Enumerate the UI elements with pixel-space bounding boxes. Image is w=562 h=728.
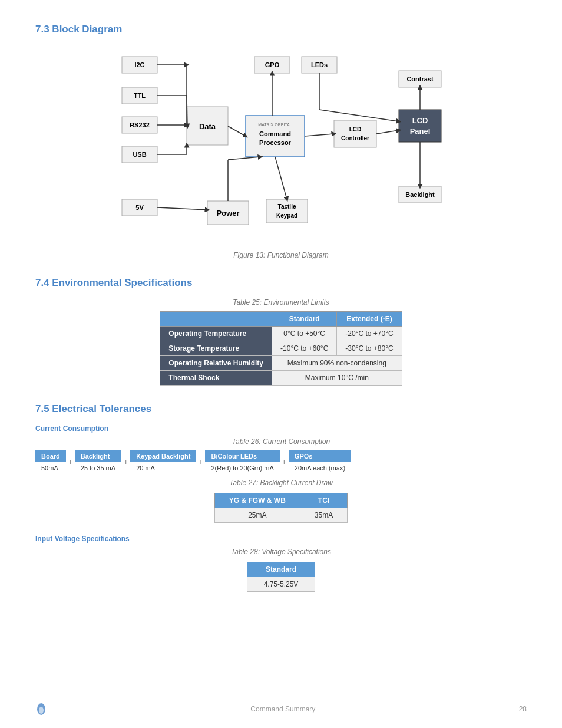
svg-line-38 (187, 95, 187, 126)
svg-line-53 (319, 110, 399, 121)
volt-col-std: Standard (247, 562, 315, 577)
board-box: Board 50mA (35, 450, 66, 474)
table-row: Storage Temperature -10°C to +60°C -30°C… (160, 341, 402, 356)
svg-text:Tactile: Tactile (278, 203, 296, 210)
svg-text:Data: Data (199, 122, 216, 131)
table-row: 25mA 35mA (214, 508, 347, 523)
table-row: Operating Relative Humidity Maximum 90% … (160, 356, 402, 371)
current-consumption-label: Current Consumption (35, 424, 527, 433)
svg-line-50 (228, 157, 260, 160)
volt-val-std: 4.75-5.25V (247, 577, 315, 592)
board-val: 50mA (35, 462, 66, 474)
table-row: Thermal Shock Maximum 10°C /min (160, 371, 402, 386)
plus-1: + (66, 458, 75, 466)
bicolour-val: 2(Red) to 20(Grn) mA (205, 462, 279, 474)
section-75: 7.5 Electrical Tolerances Current Consum… (35, 403, 527, 592)
svg-text:Controller: Controller (341, 135, 369, 141)
bl-val-ygfgw: 25mA (214, 508, 300, 523)
current-consumption-row: Board 50mA + Backlight 25 to 35 mA + Key… (35, 450, 527, 474)
env-col-extended: Extended (-E) (337, 312, 402, 327)
env-row-humidity-label: Operating Relative Humidity (160, 356, 272, 371)
svg-text:Processor: Processor (259, 139, 292, 146)
table28-caption: Table 28: Voltage Specifications (35, 548, 527, 556)
section-74-title: 7.4 Environmental Specifications (35, 277, 527, 289)
env-row-thermal-label: Thermal Shock (160, 371, 272, 386)
table-row: 4.75-5.25V (247, 577, 315, 592)
env-row-humidity-val: Maximum 90% non-condensing (272, 356, 402, 371)
env-row-st-temp-ext: -30°C to +80°C (337, 341, 402, 356)
block-diagram-container: I2C TTL RS232 USB 5V Data GPO LEDs MATRI… (35, 45, 527, 245)
keypad-val: 20 mA (130, 462, 196, 474)
section-75-title: 7.5 Electrical Tolerances (35, 403, 527, 415)
keypad-box: Keypad Backlight 20 mA (130, 450, 196, 474)
env-col-standard: Standard (272, 312, 337, 327)
svg-line-44 (305, 134, 334, 136)
svg-text:LEDs: LEDs (311, 61, 328, 68)
svg-text:Power: Power (216, 209, 239, 218)
svg-text:RS232: RS232 (130, 121, 150, 129)
env-row-op-temp-ext: -20°C to +70°C (337, 327, 402, 341)
svg-text:Contrast: Contrast (406, 75, 434, 83)
svg-text:LCD: LCD (349, 126, 362, 133)
svg-text:5V: 5V (135, 204, 144, 211)
backlight-label: Backlight (75, 450, 121, 462)
figure-caption: Figure 13: Functional Diagram (35, 251, 527, 259)
svg-line-51 (275, 157, 287, 199)
plus-3: + (196, 458, 205, 466)
block-diagram-svg: I2C TTL RS232 USB 5V Data GPO LEDs MATRI… (110, 45, 452, 245)
svg-rect-23 (399, 110, 441, 142)
backlight-box: Backlight 25 to 35 mA (75, 450, 121, 474)
table27-caption: Table 27: Backlight Current Draw (35, 479, 527, 487)
bl-col-tci: TCI (300, 493, 347, 508)
keypad-label: Keypad Backlight (130, 450, 196, 462)
svg-text:Command: Command (259, 130, 291, 137)
input-voltage-label: Input Voltage Specifications (35, 535, 527, 543)
bicolour-label: BiColour LEDs (205, 450, 279, 462)
gpos-label: GPOs (289, 450, 351, 462)
plus-4: + (280, 458, 289, 466)
table25-caption: Table 25: Environmental Limits (35, 298, 527, 307)
section-73-title: 7.3 Block Diagram (35, 24, 527, 35)
section-74: 7.4 Environmental Specifications Table 2… (35, 277, 527, 386)
backlight-val: 25 to 35 mA (75, 462, 121, 474)
gpos-val: 20mA each (max) (289, 462, 351, 474)
voltage-table-wrap: Standard 4.75-5.25V (35, 562, 527, 592)
svg-rect-32 (266, 199, 308, 223)
env-row-st-temp-std: -10°C to +60°C (272, 341, 337, 356)
env-row-thermal-val: Maximum 10°C /min (272, 371, 402, 386)
voltage-table: Standard 4.75-5.25V (247, 562, 316, 592)
svg-text:Panel: Panel (410, 127, 431, 136)
env-col-empty (160, 312, 272, 327)
bl-val-tci: 35mA (300, 508, 347, 523)
env-row-st-temp-label: Storage Temperature (160, 341, 272, 356)
svg-text:Keypad: Keypad (276, 212, 297, 219)
svg-line-48 (157, 207, 207, 210)
bl-col-ygfgw: YG & FGW & WB (214, 493, 300, 508)
table-row: Operating Temperature 0°C to +50°C -20°C… (160, 327, 402, 341)
backlight-table: YG & FGW & WB TCI 25mA 35mA (214, 493, 348, 523)
environmental-table-wrap: Standard Extended (-E) Operating Tempera… (35, 311, 527, 386)
svg-text:Backlight: Backlight (405, 191, 435, 198)
table26-caption: Table 26: Current Consumption (35, 437, 527, 446)
plus-2: + (121, 458, 130, 466)
svg-text:TTL: TTL (134, 92, 146, 99)
svg-rect-20 (334, 120, 376, 147)
svg-line-45 (376, 130, 399, 134)
backlight-table-wrap: YG & FGW & WB TCI 25mA 35mA (35, 493, 527, 523)
svg-line-42 (228, 126, 246, 136)
env-row-op-temp-std: 0°C to +50°C (272, 327, 337, 341)
bicolour-box: BiColour LEDs 2(Red) to 20(Grn) mA (205, 450, 279, 474)
board-label: Board (35, 450, 66, 462)
svg-text:LCD: LCD (412, 116, 428, 125)
svg-text:GPO: GPO (265, 61, 280, 68)
environmental-table: Standard Extended (-E) Operating Tempera… (160, 311, 402, 386)
svg-text:MATRIX ORBITAL: MATRIX ORBITAL (258, 123, 292, 127)
gpos-box: GPOs 20mA each (max) (289, 450, 351, 474)
env-row-op-temp-label: Operating Temperature (160, 327, 272, 341)
svg-text:USB: USB (133, 151, 146, 158)
svg-text:I2C: I2C (134, 61, 144, 68)
